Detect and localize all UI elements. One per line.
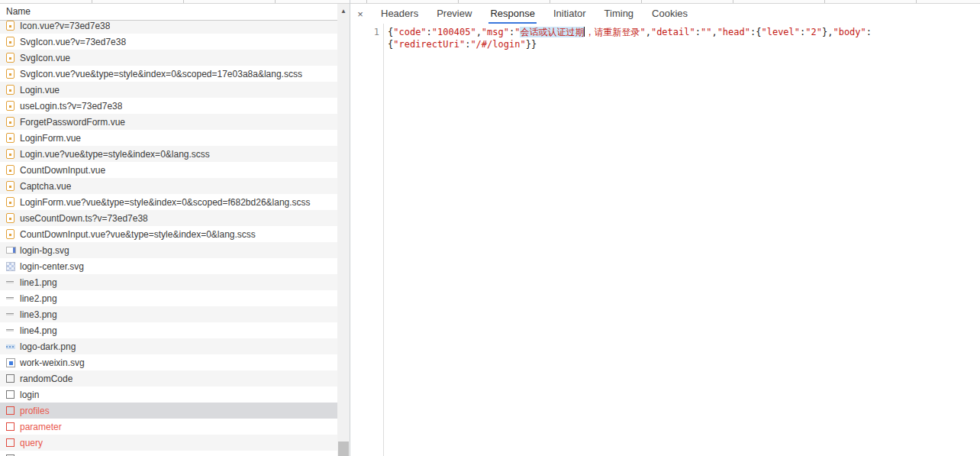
code-token: "level" <box>761 27 800 37</box>
image-file-icon <box>6 344 15 349</box>
request-row[interactable]: Login.vue?vue&type=style&index=0&lang.sc… <box>0 146 337 162</box>
request-name: SvgIcon.vue <box>20 53 70 63</box>
script-file-icon <box>6 165 15 175</box>
image-file-icon <box>6 262 15 271</box>
waterfall-tick <box>733 0 733 3</box>
request-row[interactable]: useLogin.ts?v=73ed7e38 <box>0 98 337 114</box>
request-row[interactable]: line3.png <box>0 306 337 322</box>
script-file-icon <box>6 149 15 159</box>
request-row[interactable]: login-center.svg <box>0 258 337 274</box>
request-name: randomCode <box>20 374 73 384</box>
script-file-icon <box>6 85 15 95</box>
code-token: "detail" <box>651 27 695 37</box>
tab-headers[interactable]: Headers <box>373 4 426 24</box>
image-file-icon <box>6 313 14 315</box>
request-name: CountDownInput.vue?vue&type=style&index=… <box>20 229 256 240</box>
tab-timing[interactable]: Timing <box>597 4 642 24</box>
tab-initiator[interactable]: Initiator <box>546 4 594 24</box>
request-row[interactable]: Login.vue <box>0 82 337 98</box>
scrollbar-thumb[interactable] <box>338 441 349 456</box>
request-row[interactable]: login-bg.svg <box>0 242 337 258</box>
fetch-request-icon <box>6 390 15 399</box>
request-name: line2.png <box>20 293 57 304</box>
request-row[interactable]: line4.png <box>0 322 337 338</box>
code-token: "code" <box>393 27 426 37</box>
request-name: SvgIcon.vue?v=73ed7e38 <box>20 37 126 47</box>
request-row[interactable]: randomCode <box>0 370 337 386</box>
request-name: line1.png <box>20 277 57 288</box>
request-row[interactable]: work-weixin.svg <box>0 354 337 370</box>
image-file-icon <box>6 247 16 254</box>
code-token: } <box>526 39 531 50</box>
request-name: profiles <box>20 406 50 416</box>
devtools-network-panel: Name Icon.vue?v=73ed7e38 SvgIcon.vue?v=7… <box>0 0 980 456</box>
code-token: "head" <box>717 27 750 37</box>
waterfall-tick <box>550 0 550 3</box>
request-row[interactable]: logo-dark.png <box>0 338 337 354</box>
request-name: Icon.vue?v=73ed7e38 <box>20 21 110 31</box>
script-file-icon <box>6 133 15 143</box>
script-file-icon <box>6 37 15 47</box>
request-row[interactable]: SvgIcon.vue?v=73ed7e38 <box>0 34 337 50</box>
request-row[interactable]: profiles <box>0 403 337 419</box>
request-name: Captcha.vue <box>20 181 71 192</box>
detail-tab-bar: × Headers Preview Response Initiator Tim… <box>350 4 980 24</box>
script-file-icon <box>6 197 15 207</box>
panel-divider[interactable] <box>350 0 350 456</box>
request-name: query <box>20 438 43 448</box>
code-token: "/#/login" <box>470 39 525 50</box>
request-row[interactable]: query <box>0 435 337 451</box>
script-file-icon <box>6 229 15 239</box>
tab-response[interactable]: Response <box>482 4 543 24</box>
request-row[interactable]: parameter <box>0 419 337 435</box>
request-row[interactable]: line1.png <box>0 274 337 290</box>
script-file-icon <box>6 53 15 63</box>
code-token: : <box>866 27 872 37</box>
close-icon[interactable]: × <box>350 8 370 20</box>
request-row[interactable]: line2.png <box>0 290 337 306</box>
request-row[interactable] <box>0 451 337 456</box>
request-name: line3.png <box>20 309 57 320</box>
request-name: work-weixin.svg <box>20 357 85 368</box>
code-token: : <box>427 27 432 37</box>
tab-preview[interactable]: Preview <box>429 4 479 24</box>
script-file-icon <box>6 181 15 191</box>
code-token: , <box>476 27 482 37</box>
scroll-up-arrow-icon[interactable]: ▲ <box>337 6 350 17</box>
response-body[interactable]: {"code":"100405","msg":"会话或认证过期，请重新登录","… <box>388 26 975 50</box>
script-file-icon <box>6 69 15 79</box>
script-file-icon <box>6 213 15 223</box>
image-file-icon <box>6 297 14 299</box>
request-row[interactable]: ForgetPasswordForm.vue <box>0 114 337 130</box>
waterfall-tick <box>824 0 825 3</box>
request-name: useLogin.ts?v=73ed7e38 <box>20 101 122 112</box>
request-name: Login.vue <box>20 85 60 95</box>
line-number: 1 <box>350 26 379 38</box>
request-name: login-center.svg <box>20 261 84 272</box>
gutter-separator <box>383 24 384 456</box>
request-row[interactable]: useCountDown.ts?v=73ed7e38 <box>0 210 337 226</box>
tab-cookies[interactable]: Cookies <box>644 4 695 24</box>
code-token: , <box>711 27 717 37</box>
request-row[interactable]: CountDownInput.vue?vue&type=style&index=… <box>0 226 337 242</box>
request-list-scrollbar[interactable]: ▲ <box>337 4 350 456</box>
script-file-icon <box>6 21 15 31</box>
request-name: Login.vue?vue&type=style&index=0&lang.sc… <box>20 149 210 160</box>
request-row[interactable]: CountDownInput.vue <box>0 162 337 178</box>
request-row[interactable]: login <box>0 386 337 403</box>
request-row[interactable]: Captcha.vue <box>0 178 337 194</box>
code-token: "2" <box>805 27 822 37</box>
code-token: ，请重新登录" <box>585 27 645 37</box>
failed-request-icon <box>6 422 15 431</box>
code-token: "100405" <box>432 27 476 37</box>
code-token: "redirectUri" <box>393 39 465 50</box>
script-file-icon <box>6 117 15 127</box>
request-row[interactable]: SvgIcon.vue?vue&type=style&index=0&scope… <box>0 66 337 82</box>
code-token: "body" <box>833 27 866 37</box>
request-row[interactable]: LoginForm.vue <box>0 130 337 146</box>
request-row[interactable]: LoginForm.vue?vue&type=style&index=0&sco… <box>0 194 337 210</box>
request-name: useCountDown.ts?v=73ed7e38 <box>20 213 148 224</box>
request-name: line4.png <box>20 325 57 336</box>
name-column-header[interactable]: Name <box>0 4 337 21</box>
request-row[interactable]: SvgIcon.vue <box>0 50 337 66</box>
